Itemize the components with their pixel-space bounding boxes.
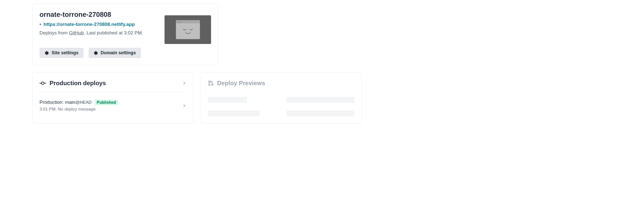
deploy-time: 3:01 PM: [39, 107, 58, 112]
deploy-ref: @HEAD [75, 100, 92, 105]
deploy-previews-title: Deploy Previews [217, 80, 265, 87]
site-preview-thumbnail[interactable] [165, 15, 211, 44]
skeleton-block [208, 97, 247, 103]
skeleton-block [208, 110, 260, 116]
domain-settings-button[interactable]: Domain settings [89, 48, 141, 58]
deploy-label: Production: [39, 100, 65, 105]
production-deploys-panel: Production deploys Production: main@HEAD… [32, 72, 193, 124]
site-settings-label: Site settings [52, 50, 78, 56]
site-settings-button[interactable]: Site settings [39, 48, 84, 58]
deploy-published-suffix: . Last published at 3:02 PM. [84, 30, 143, 35]
deploy-source-prefix: Deploys from [39, 30, 69, 35]
pull-request-icon [208, 80, 214, 86]
chevron-right-icon [183, 104, 186, 107]
svg-point-1 [42, 82, 44, 84]
deploy-branch: main [65, 100, 75, 105]
svg-point-5 [212, 84, 213, 85]
gear-icon [45, 51, 49, 55]
chevron-right-icon [183, 82, 186, 85]
site-url-link[interactable]: https://ornate-torrone-270808.netlify.ap… [44, 22, 135, 27]
button-row: Site settings Domain settings [39, 48, 211, 58]
bullet: • [39, 22, 41, 27]
skeleton-loading [208, 87, 354, 116]
svg-point-4 [209, 84, 210, 85]
site-overview-card: ornate-torrone-270808 • https://ornate-t… [32, 4, 218, 65]
published-badge: Published [95, 100, 118, 105]
skeleton-block [287, 97, 354, 103]
deploy-previews-header[interactable]: Deploy Previews [208, 80, 354, 87]
deploy-previews-panel: Deploy Previews [201, 72, 362, 124]
domain-settings-label: Domain settings [101, 50, 136, 56]
gear-icon [94, 51, 98, 55]
svg-point-3 [209, 81, 210, 82]
commit-icon [39, 81, 46, 85]
production-deploys-header[interactable]: Production deploys [39, 80, 186, 92]
browser-placeholder-icon [176, 20, 200, 39]
deploy-message: No deploy message [58, 107, 96, 112]
skeleton-block [287, 110, 354, 116]
github-link[interactable]: GitHub [69, 30, 84, 35]
production-deploys-title: Production deploys [50, 80, 106, 87]
deploy-row[interactable]: Production: main@HEAD Published 3:01 PM:… [39, 92, 186, 112]
panels-row: Production deploys Production: main@HEAD… [32, 72, 644, 124]
deploy-meta: 3:01 PM: No deploy message [39, 107, 183, 112]
